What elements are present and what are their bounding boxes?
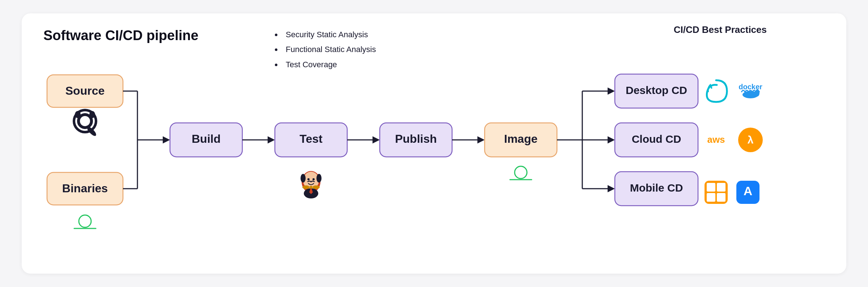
source-label: Source: [65, 84, 105, 97]
grid-c1: [707, 183, 715, 192]
lambda-symbol: λ: [748, 134, 754, 146]
jenkins-eye-l: [307, 178, 310, 180]
jenkins-eye-r: [312, 178, 315, 180]
jenkins-hair-l: [301, 174, 306, 183]
arrow-to-build: [163, 136, 170, 144]
arrow-cloud-head: [608, 136, 615, 144]
jenkins-bowtie-r: [312, 185, 320, 189]
annotation-item-1: Security Static Analysis: [275, 28, 376, 41]
grid-c2: [717, 183, 726, 192]
grid-c3: [707, 193, 715, 202]
grid-c4: [717, 193, 726, 202]
jenkins-hair-r: [316, 174, 322, 183]
user-icon-source: [79, 215, 91, 227]
arrow-desktop-head: [608, 87, 615, 95]
arrow-publish-image-head: [477, 136, 485, 144]
diagram-container: Software CI/CD pipeline CI/CD Best Pract…: [22, 13, 846, 274]
arrow-mobile-head: [608, 185, 615, 192]
binaries-label: Binaries: [62, 182, 108, 195]
pipeline-svg: Source ⬤ Binaries Build: [43, 53, 825, 256]
github-ear-l: [75, 111, 81, 118]
aws-text: aws: [707, 134, 725, 145]
jenkins-bowtie-c: [310, 186, 312, 189]
desktop-cd-label: Desktop CD: [626, 84, 687, 96]
build-label: Build: [192, 132, 221, 145]
docker-fin: [755, 89, 760, 97]
github-ear-r: [89, 111, 95, 118]
mobile-cd-label: Mobile CD: [630, 182, 683, 194]
github-face: [80, 116, 90, 126]
user-icon-image: [515, 166, 527, 179]
test-label: Test: [299, 132, 323, 145]
docker-text: docker: [739, 83, 762, 91]
cloud-cd-label: Cloud CD: [632, 133, 681, 145]
best-practices-label: CI/CD Best Practices: [674, 24, 767, 35]
publish-label: Publish: [395, 132, 437, 145]
arrow-test-publish-head: [373, 136, 380, 144]
appstore-symbol: A: [744, 184, 753, 198]
jenkins-bowtie-l: [302, 185, 310, 189]
arrow-build-test-head: [268, 136, 275, 144]
image-label: Image: [504, 132, 537, 145]
